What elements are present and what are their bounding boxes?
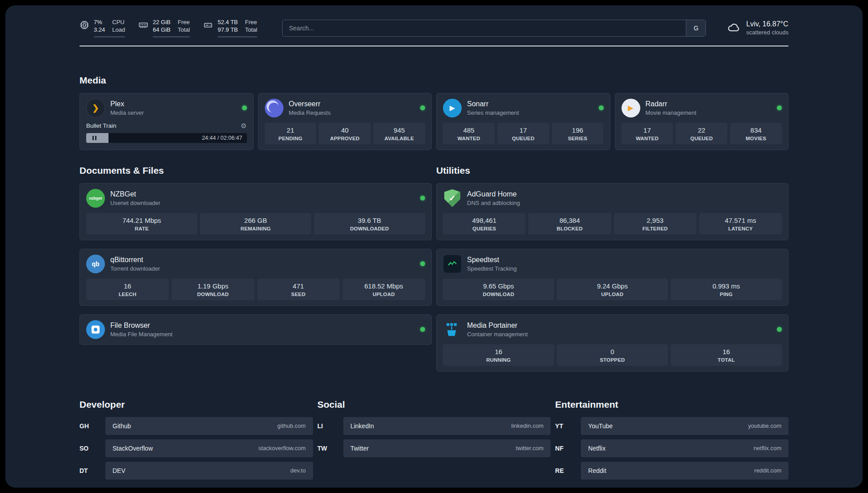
stat-label: PING xyxy=(672,292,780,297)
cpu-percent: 7% xyxy=(94,19,105,26)
stat: 16 RUNNING xyxy=(443,344,554,366)
app-name: File Browser xyxy=(110,322,172,330)
stat: 744.21 Mbps RATE xyxy=(86,213,197,234)
app-card-filebrowser[interactable]: File Browser Media File Management xyxy=(79,314,432,345)
stat: 834 MOVIES xyxy=(730,123,782,144)
disk-free-label: Free xyxy=(245,19,257,26)
adguard-icon: ✓ xyxy=(443,189,462,208)
stat-label: DOWNLOAD xyxy=(445,292,552,297)
bookmark-link-twitter[interactable]: Twitter twitter.com xyxy=(343,439,551,457)
playback-progress-bar[interactable]: 24:44 / 02:06:47 xyxy=(86,133,247,143)
stat: 39.6 TB DOWNLOADED xyxy=(314,213,425,234)
ram-free: 22 GiB xyxy=(153,19,171,26)
stat-value: 9.24 Gbps xyxy=(559,282,666,290)
bookmark-url: linkedin.com xyxy=(511,422,543,429)
status-dot xyxy=(777,105,782,110)
bookmark-url: netflix.com xyxy=(754,445,781,451)
stat-label: QUEUED xyxy=(677,136,726,141)
stat-value: 9.65 Gbps xyxy=(445,282,552,290)
stat-value: 744.21 Mbps xyxy=(88,217,196,224)
stat: 21 PENDING xyxy=(265,123,317,144)
status-dot xyxy=(599,105,604,110)
stat-value: 618.52 Mbps xyxy=(344,282,423,290)
stat: 945 AVAILABLE xyxy=(373,123,425,144)
stat: 47.571 ms LATENCY xyxy=(699,213,782,234)
app-subtitle: DNS and adblocking xyxy=(467,200,520,206)
app-subtitle: Series management xyxy=(467,109,519,116)
app-card-speedtest[interactable]: Speedtest Speedtest Tracking 9.65 Gbps D… xyxy=(436,249,789,306)
bookmark-url: twitter.com xyxy=(516,445,543,451)
app-name: Overseerr xyxy=(289,100,331,108)
bookmark-group-social: Social LI LinkedIn linkedin.com TW Twitt… xyxy=(317,399,551,480)
dashboard-page: 7% CPU 3.24 Load 22 GiB Free 64 Gi xyxy=(5,5,863,488)
overseerr-icon xyxy=(265,99,284,117)
app-card-sonarr[interactable]: ▶ Sonarr Series management 485 WANTED 17… xyxy=(436,93,610,150)
stat-label: UPLOAD xyxy=(344,292,423,297)
bookmark-abbr: GH xyxy=(79,422,105,430)
app-card-plex[interactable]: ❯ Plex Media server Bullet Train ⚙ xyxy=(79,93,254,150)
disk-total-label: Total xyxy=(245,26,257,34)
app-card-adguard[interactable]: ✓ AdGuard Home DNS and adblocking 498,46… xyxy=(436,183,789,240)
app-subtitle: Movie management xyxy=(646,109,697,116)
disk-widget: 52.4 TB Free 97.9 TB Total xyxy=(203,19,257,38)
bookmark-abbr: DT xyxy=(79,467,105,474)
bookmark-row: NF Netflix netflix.com xyxy=(555,439,789,457)
app-subtitle: Media File Management xyxy=(110,331,172,338)
bookmark-row: TW Twitter twitter.com xyxy=(317,439,551,457)
bookmark-link-netflix[interactable]: Netflix netflix.com xyxy=(581,439,789,457)
stat-label: UPLOAD xyxy=(559,292,666,297)
status-dot xyxy=(420,327,425,332)
app-card-nzbget[interactable]: nzbget NZBGet Usenet downloader 744.21 M… xyxy=(79,183,432,240)
stat-label: STOPPED xyxy=(559,357,666,363)
section-title-social: Social xyxy=(317,399,551,410)
section-title-entertainment: Entertainment xyxy=(555,399,789,410)
stat: 86,384 BLOCKED xyxy=(528,213,611,234)
stat-label: QUEUED xyxy=(499,136,547,141)
stat-label: DOWNLOADED xyxy=(316,226,423,231)
section-title-media: Media xyxy=(79,75,789,86)
app-card-qbittorrent[interactable]: qb qBittorrent Torrent downloader 16 LEE… xyxy=(79,249,432,306)
bookmark-link-stackoverflow[interactable]: StackOverflow stackoverflow.com xyxy=(105,439,313,457)
bookmark-abbr: SO xyxy=(79,445,105,452)
stat-value: 485 xyxy=(445,126,493,134)
app-card-radarr[interactable]: ▶ Radarr Movie management 17 WANTED 22 Q… xyxy=(615,93,789,150)
pause-icon[interactable] xyxy=(92,136,96,140)
bookmark-link-linkedin[interactable]: LinkedIn linkedin.com xyxy=(343,417,551,435)
app-name: NZBGet xyxy=(110,190,160,198)
stat-label: WANTED xyxy=(445,136,493,141)
app-subtitle: Media Requests xyxy=(289,109,331,116)
plex-now-playing: Bullet Train ⚙ 24:44 / 02:06:47 xyxy=(86,122,247,143)
search-engine-button[interactable]: G xyxy=(686,20,705,36)
search-input[interactable] xyxy=(283,25,686,32)
stat: 40 APPROVED xyxy=(319,123,371,144)
bookmark-row: YT YouTube youtube.com xyxy=(555,417,789,435)
stat-value: 47.571 ms xyxy=(701,217,780,224)
playback-time: 24:44 / 02:06:47 xyxy=(202,135,242,141)
app-name: Speedtest xyxy=(467,256,517,264)
ram-total: 64 GiB xyxy=(153,26,171,34)
stat: 17 QUEUED xyxy=(497,123,549,144)
disk-progress-bar xyxy=(217,36,257,38)
bookmark-link-dev[interactable]: DEV dev.to xyxy=(105,462,313,480)
app-card-portainer[interactable]: Media Portainer Container management 16 … xyxy=(436,314,789,372)
stat-label: BLOCKED xyxy=(530,226,609,231)
stat: 485 WANTED xyxy=(443,123,495,144)
status-dot xyxy=(420,261,425,266)
status-dot xyxy=(420,196,425,201)
gear-icon[interactable]: ⚙ xyxy=(241,122,246,130)
stat-value: 498,461 xyxy=(445,217,524,224)
app-subtitle: Torrent downloader xyxy=(110,265,160,272)
stat-value: 945 xyxy=(375,126,423,134)
stat-value: 196 xyxy=(554,126,602,134)
bookmark-link-youtube[interactable]: YouTube youtube.com xyxy=(581,417,789,435)
app-name: Sonarr xyxy=(467,100,519,108)
bookmark-link-reddit[interactable]: Reddit reddit.com xyxy=(581,462,789,480)
portainer-icon xyxy=(443,320,462,339)
cpu-load-label: Load xyxy=(112,26,125,34)
weather-condition: scattered clouds xyxy=(746,29,789,36)
sonarr-icon: ▶ xyxy=(443,99,462,117)
bookmark-link-github[interactable]: Github github.com xyxy=(105,417,313,435)
stat-value: 21 xyxy=(267,126,315,134)
app-card-overseerr[interactable]: Overseerr Media Requests 21 PENDING 40 A… xyxy=(258,93,432,150)
weather-widget[interactable]: Lviv, 16.87°C scattered clouds xyxy=(726,20,789,36)
